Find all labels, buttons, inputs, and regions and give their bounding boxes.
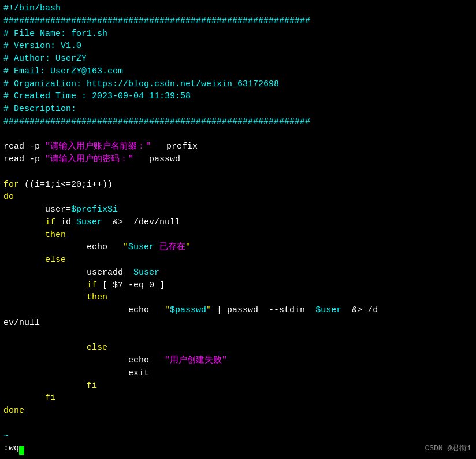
- line-then2: then: [3, 291, 473, 304]
- terminal: #!/bin/bash ############################…: [0, 0, 476, 459]
- line-comment-created: # Created Time : 2023-09-04 11:39:58: [3, 90, 473, 103]
- line-else2: else: [3, 342, 473, 354]
- line-hashbar1: ########################################…: [3, 15, 473, 28]
- line-if-id: if id $user &> /dev/null: [3, 216, 473, 229]
- line-comment-filename: # File Name: for1.sh: [3, 28, 473, 40]
- line-comment-author: # Author: UserZY: [3, 53, 473, 65]
- cursor: [19, 446, 24, 455]
- line-do: do: [3, 191, 473, 203]
- line-comment-desc: # Description:: [3, 103, 473, 116]
- watermark: CSDN @君衔i: [425, 443, 471, 454]
- line-then1: then: [3, 229, 473, 242]
- line-tilde: ~: [3, 430, 473, 443]
- line-fi1: fi: [3, 380, 473, 393]
- line-blank2: [3, 166, 473, 179]
- line-ev-null: ev/null: [3, 317, 473, 330]
- line-comment-org: # Organization: https://blog.csdn.net/we…: [3, 78, 473, 91]
- line-blank4: [3, 417, 473, 430]
- line-blank3: [3, 330, 473, 342]
- line-read-passwd: read -p "请输入用户的密码：" passwd: [3, 153, 473, 166]
- line-exit: exit: [3, 367, 473, 380]
- line-else1: else: [3, 254, 473, 266]
- line-blank1: [3, 128, 473, 141]
- line-fi2: fi: [3, 392, 473, 405]
- line-done: done: [3, 405, 473, 417]
- line-if-status: if [ $? -eq 0 ]: [3, 279, 473, 292]
- line-echo-passwd: echo "$passwd" | passwd --stdin $user &>…: [3, 304, 473, 317]
- line-shebang: #!/bin/bash: [3, 2, 473, 15]
- line-comment-version: # Version: V1.0: [3, 40, 473, 53]
- line-echo-fail: echo "用户创建失败": [3, 354, 473, 367]
- line-for: for ((i=1;i<=20;i++)): [3, 179, 473, 191]
- line-read-prefix: read -p "请输入用户账户名前缀：" prefix: [3, 140, 473, 153]
- line-useradd: useradd $user: [3, 266, 473, 279]
- line-hashbar2: ########################################…: [3, 116, 473, 128]
- line-comment-email: # Email: UserZY@163.com: [3, 65, 473, 78]
- line-user-assign: user=$prefix$i: [3, 203, 473, 216]
- line-cmd[interactable]: :wq: [3, 442, 473, 455]
- line-echo-exists: echo "$user 已存在": [3, 241, 473, 254]
